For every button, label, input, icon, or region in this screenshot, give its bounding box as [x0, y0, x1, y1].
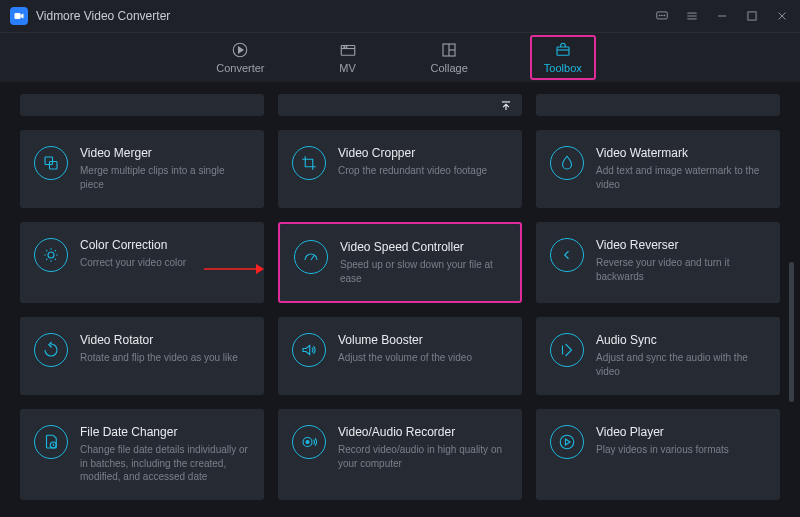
card-title: File Date Changer: [80, 425, 250, 439]
nav-mv-label: MV: [339, 62, 356, 74]
card-title: Video Cropper: [338, 146, 508, 160]
card-video-reverser[interactable]: Video ReverserReverse your video and tur…: [536, 222, 780, 303]
card-desc: Correct your video color: [80, 256, 250, 270]
nav-converter-label: Converter: [216, 62, 264, 74]
card-title: Audio Sync: [596, 333, 766, 347]
card-title: Video Reverser: [596, 238, 766, 252]
card-file-date-changer[interactable]: File Date ChangerChange file date detail…: [20, 409, 264, 500]
card-desc: Adjust the volume of the video: [338, 351, 508, 365]
svg-point-4: [664, 15, 665, 16]
content-area: Video MergerMerge multiple clips into a …: [0, 82, 800, 517]
card-title: Video Rotator: [80, 333, 250, 347]
card-desc: Rotate and flip the video as you like: [80, 351, 250, 365]
volume-icon: [292, 333, 326, 367]
card-title: Color Correction: [80, 238, 250, 252]
recorder-icon: [292, 425, 326, 459]
maximize-icon[interactable]: [744, 8, 760, 24]
card-title: Volume Booster: [338, 333, 508, 347]
close-icon[interactable]: [774, 8, 790, 24]
card-desc: Play videos in various formats: [596, 443, 766, 457]
rotator-icon: [34, 333, 68, 367]
svg-point-39: [306, 441, 309, 444]
svg-line-32: [46, 259, 47, 260]
nav-mv[interactable]: MV: [327, 37, 369, 78]
card-title: Video Watermark: [596, 146, 766, 160]
card-desc: Reverse your video and turn it backwards: [596, 256, 766, 283]
reverser-icon: [550, 238, 584, 272]
svg-point-15: [343, 47, 344, 48]
speed-icon: [294, 240, 328, 274]
merger-icon: [34, 146, 68, 180]
app-logo: [10, 7, 28, 25]
card-desc: Change file date details individually or…: [80, 443, 250, 484]
card-video-rotator[interactable]: Video RotatorRotate and flip the video a…: [20, 317, 264, 395]
svg-line-33: [55, 250, 56, 251]
nav-toolbox[interactable]: Toolbox: [530, 35, 596, 80]
card-title: Video Player: [596, 425, 766, 439]
card-video-audio-recorder[interactable]: Video/Audio RecorderRecord video/audio i…: [278, 409, 522, 500]
card-title: Video/Audio Recorder: [338, 425, 508, 439]
card-desc: Add text and image watermark to the vide…: [596, 164, 766, 191]
svg-point-2: [659, 15, 660, 16]
card-desc: Merge multiple clips into a single piece: [80, 164, 250, 191]
card-video-player[interactable]: Video PlayerPlay videos in various forma…: [536, 409, 780, 500]
svg-line-31: [55, 259, 56, 260]
card-desc: Adjust and sync the audio with the video: [596, 351, 766, 378]
nav-toolbox-label: Toolbox: [544, 62, 582, 74]
card-stub[interactable]: [278, 94, 522, 116]
svg-rect-0: [15, 13, 21, 19]
date-icon: [34, 425, 68, 459]
card-video-speed-controller[interactable]: Video Speed ControllerSpeed up or slow d…: [278, 222, 522, 303]
scrollbar[interactable]: [789, 262, 794, 402]
minimize-icon[interactable]: [714, 8, 730, 24]
svg-point-25: [48, 252, 54, 258]
svg-rect-20: [557, 47, 569, 55]
card-audio-sync[interactable]: Audio SyncAdjust and sync the audio with…: [536, 317, 780, 395]
sync-icon: [550, 333, 584, 367]
watermark-icon: [550, 146, 584, 180]
feedback-icon[interactable]: [654, 8, 670, 24]
svg-rect-9: [748, 12, 756, 20]
card-video-cropper[interactable]: Video CropperCrop the redundant video fo…: [278, 130, 522, 208]
nav-collage[interactable]: Collage: [419, 37, 480, 78]
color-icon: [34, 238, 68, 272]
card-video-merger[interactable]: Video MergerMerge multiple clips into a …: [20, 130, 264, 208]
svg-line-30: [46, 250, 47, 251]
svg-point-16: [346, 47, 347, 48]
navbar: Converter MV Collage Toolbox: [0, 32, 800, 82]
card-title: Video Merger: [80, 146, 250, 160]
svg-point-40: [560, 435, 574, 449]
svg-point-3: [662, 15, 663, 16]
window-controls: [654, 8, 790, 24]
nav-collage-label: Collage: [431, 62, 468, 74]
collapse-icon[interactable]: [499, 99, 513, 117]
titlebar: Vidmore Video Converter: [0, 0, 800, 32]
svg-rect-23: [45, 157, 53, 165]
card-stub[interactable]: [20, 94, 264, 116]
card-desc: Speed up or slow down your file at ease: [340, 258, 506, 285]
card-video-watermark[interactable]: Video WatermarkAdd text and image waterm…: [536, 130, 780, 208]
card-stub[interactable]: [536, 94, 780, 116]
card-color-correction[interactable]: Color CorrectionCorrect your video color: [20, 222, 264, 303]
svg-rect-24: [50, 162, 58, 170]
card-volume-booster[interactable]: Volume BoosterAdjust the volume of the v…: [278, 317, 522, 395]
player-icon: [550, 425, 584, 459]
cropper-icon: [292, 146, 326, 180]
nav-converter[interactable]: Converter: [204, 37, 276, 78]
app-title: Vidmore Video Converter: [36, 9, 170, 23]
svg-line-34: [311, 256, 314, 261]
card-title: Video Speed Controller: [340, 240, 506, 254]
card-desc: Crop the redundant video footage: [338, 164, 508, 178]
menu-icon[interactable]: [684, 8, 700, 24]
card-desc: Record video/audio in high quality on yo…: [338, 443, 508, 470]
